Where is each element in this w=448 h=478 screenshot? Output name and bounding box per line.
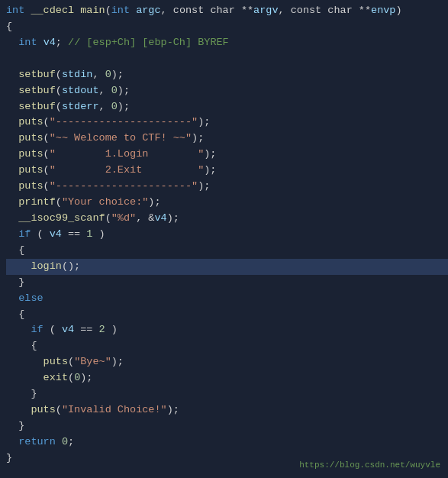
line-19: else: [6, 291, 448, 307]
line-9: puts("~~ Welcome to CTF! ~~");: [6, 131, 448, 147]
line-21: if ( v4 == 2 ): [6, 322, 448, 338]
line-27: }: [6, 418, 448, 434]
line-25: }: [6, 386, 448, 402]
line-12: puts("----------------------");: [6, 179, 448, 195]
line-14: __isoc99_scanf("%d", &v4);: [6, 211, 448, 227]
line-16: {: [6, 243, 448, 259]
line-11: puts(" 2.Exit ");: [6, 163, 448, 179]
line-6: setbuf(stdout, 0);: [6, 83, 448, 99]
line-15: if ( v4 == 1 ): [6, 227, 448, 243]
line-17: login();: [6, 259, 448, 275]
line-4: [6, 51, 448, 67]
line-2: {: [6, 19, 448, 35]
line-28: return 0;: [6, 434, 448, 451]
line-26: puts("Invalid Choice!");: [6, 402, 448, 418]
line-22: {: [6, 338, 448, 354]
watermark-text: https://blog.csdn.net/wuyvle: [299, 459, 440, 472]
line-18: }: [6, 275, 448, 291]
code-viewer: int __cdecl main(int argc, const char **…: [0, 0, 448, 478]
line-3: int v4; // [esp+Ch] [ebp-Ch] BYREF: [6, 35, 448, 51]
line-7: setbuf(stderr, 0);: [6, 99, 448, 115]
line-5: setbuf(stdin, 0);: [6, 67, 448, 83]
line-13: printf("Your choice:");: [6, 195, 448, 211]
line-20: {: [6, 307, 448, 323]
line-8: puts("----------------------");: [6, 115, 448, 131]
line-1: int __cdecl main(int argc, const char **…: [6, 3, 448, 19]
line-10: puts(" 1.Login ");: [6, 147, 448, 163]
line-23: puts("Bye~");: [6, 354, 448, 370]
line-24: exit(0);: [6, 370, 448, 386]
